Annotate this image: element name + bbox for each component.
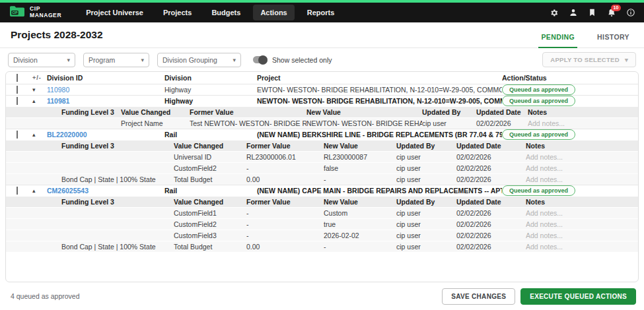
nav-item-budgets[interactable]: Budgets [204,5,248,20]
sub-col-updated-date: Updated Date [476,108,528,116]
checkbox-cell [17,97,32,105]
sub-col-notes: Notes [526,142,627,150]
notes-input[interactable]: Add notes... [526,175,627,183]
expand-row-icon[interactable]: ▾ [32,87,47,93]
svg-text:CIP: CIP [12,11,18,15]
filter-select-division[interactable]: Division▾ [8,53,75,67]
division-id-link[interactable]: 110980 [47,86,164,94]
collapse-row-icon[interactable]: ▴ [32,132,47,138]
col-division-id: Division ID [47,74,164,82]
col-action-status: Action/Status [502,74,627,82]
change-row: Bond Cap | State | 100% StateTotal Budge… [6,173,638,185]
top-navbar: CIP CIPMANAGER Project UniverseProjectsB… [0,3,644,22]
project-group-row: ▴110981HighwayNEWTON- WESTON- BRIDGE REH… [6,95,638,106]
nav-item-actions[interactable]: Actions [253,5,294,20]
former-value-cell: - [246,232,324,239]
notes-input[interactable]: Add notes... [528,119,627,127]
nav-item-project-universe[interactable]: Project Universe [79,5,151,20]
project-cell: (NEW NAME) CAPE MAIN - BRIDGE REPAIRS AN… [257,187,502,195]
gear-icon[interactable] [550,9,558,17]
updated-date-cell: 02/02/2026 [476,119,528,127]
notification-badge: 10 [611,5,621,11]
notes-input[interactable]: Add notes... [526,243,627,251]
division-cell: Highway [164,86,257,94]
nav-item-reports[interactable]: Reports [300,5,342,20]
status-cell: Queued as approved [502,129,627,140]
chevron-down-icon: ▾ [141,57,144,63]
row-checkbox[interactable] [17,187,18,195]
page-header: Projects 2028-2032 PENDINGHISTORY [0,22,644,48]
project-cell: EWTON- WESTON- BRIDGE REHABILITATION, N-… [257,86,502,94]
updated-by-cell: cip user [396,175,456,183]
sub-col-updated-by: Updated By [396,198,456,206]
brand-logo[interactable]: CIP CIPMANAGER [9,5,61,20]
row-checkbox[interactable] [17,86,18,94]
division-id-link[interactable]: BL22020000 [47,131,164,139]
change-row: Bond Cap | State | 100% StateTotal Budge… [6,241,638,252]
division-cell: Rail [164,131,257,139]
select-all-checkbox[interactable] [17,74,18,82]
bookmark-icon[interactable] [588,9,596,17]
apply-label: APPLY TO SELECTED [550,56,620,63]
value-changed-cell: Project Name [121,119,190,127]
funding-level-cell: Bond Cap | State | 100% State [61,175,174,183]
user-icon[interactable] [569,9,577,17]
checkbox-cell [17,86,32,94]
collapse-row-icon[interactable]: ▴ [32,98,47,104]
notes-input[interactable]: Add notes... [526,220,627,228]
pending-actions-table: +/- Division ID Division Project Action/… [5,71,639,282]
row-checkbox[interactable] [17,97,18,105]
former-value-cell: 0.00 [246,243,324,251]
checkbox-cell [17,131,32,139]
notes-input[interactable]: Add notes... [526,209,627,217]
updated-date-cell: 02/02/2026 [456,164,526,172]
sub-col-new-value: New Value [324,198,396,206]
expand-all-icon[interactable]: +/- [32,75,47,81]
change-row: CustomField3-2026-02-02cip user02/02/202… [6,230,638,241]
notes-input[interactable]: Add notes... [526,164,627,172]
new-value-cell: RL230000087 [324,153,396,161]
notes-input[interactable]: Add notes... [526,232,627,239]
updated-by-cell: cip user [396,232,456,239]
save-changes-button[interactable]: SAVE CHANGES [442,288,515,305]
updated-date-cell: 02/02/2026 [456,232,526,239]
row-checkbox[interactable] [17,131,18,139]
tab-pending[interactable]: PENDING [538,33,577,48]
filter-select-division-grouping[interactable]: Division Grouping▾ [157,53,241,67]
updated-by-cell: cip user [396,243,456,251]
new-value-cell: true [324,220,396,228]
updated-date-cell: 02/02/2026 [456,175,526,183]
show-selected-toggle[interactable] [253,56,268,63]
new-value-cell: - [324,243,396,251]
notes-input[interactable]: Add notes... [526,153,627,161]
sub-col-value-changed: Value Changed [174,198,246,206]
updated-date-cell: 02/02/2026 [456,220,526,228]
select-value: Division Grouping [162,56,217,64]
updated-date-cell: 02/02/2026 [456,243,526,251]
execute-queued-actions-button[interactable]: EXECUTE QUEUED ACTIONS [520,288,636,305]
former-value-cell: - [246,209,324,217]
new-value-cell: false [324,164,396,172]
sub-table-header: Funding Level 3Value ChangedFormer Value… [6,140,638,151]
sub-col-former-value: Former Value [246,142,324,150]
apply-to-selected-button[interactable]: APPLY TO SELECTED▾ [542,52,636,67]
new-value-cell: NEWTON- WESTON- BRIDGE REHABILITATION, N… [306,119,422,127]
nav-item-projects[interactable]: Projects [156,5,199,20]
sub-col-notes: Notes [526,198,627,206]
app-window: CIP CIPMANAGER Project UniverseProjectsB… [0,0,644,310]
filter-select-program[interactable]: Program▾ [83,53,149,67]
value-changed-cell: CustomField3 [174,232,246,239]
sub-col-value-changed: Value Changed [174,142,246,150]
new-value-cell: 2026-02-02 [324,232,396,239]
collapse-row-icon[interactable]: ▴ [32,188,47,194]
division-id-link[interactable]: 110981 [47,97,164,105]
value-changed-cell: CustomField1 [174,209,246,217]
info-icon[interactable] [626,9,635,17]
value-changed-cell: CustomField2 [174,164,246,172]
sub-col-new-value: New Value [324,142,396,150]
brand-name: CIPMANAGER [30,6,61,19]
change-row: Project NameTest NEWTON- WESTON- BRIDGE … [6,117,638,129]
bell-icon[interactable]: 10 [607,9,616,17]
division-id-link[interactable]: CM26025543 [47,187,164,195]
tab-history[interactable]: HISTORY [594,33,632,48]
